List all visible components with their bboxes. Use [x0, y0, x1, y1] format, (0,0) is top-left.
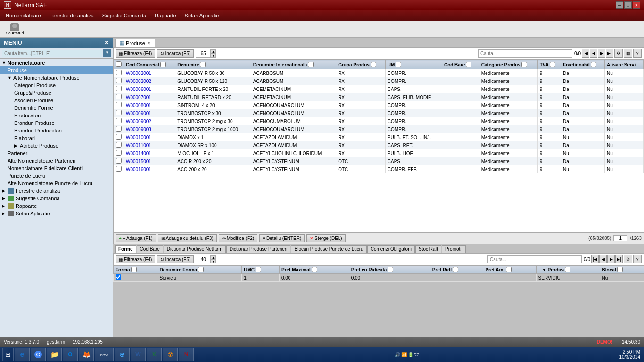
- bottom-filter-btn[interactable]: ▦ Filtreaza (F4): [116, 255, 155, 263]
- bottom-count-down[interactable]: ▼: [210, 259, 216, 263]
- th-um[interactable]: UM: [385, 60, 442, 69]
- sidebar-item-producatori[interactable]: Producatori: [0, 112, 113, 119]
- th-check-fract[interactable]: [591, 62, 596, 67]
- th-check-pret-amf[interactable]: [506, 267, 512, 272]
- th-check-pret-ridf[interactable]: [453, 267, 458, 272]
- taskbar-excel[interactable]: X: [147, 348, 162, 361]
- sidebar-item-sugestie[interactable]: ▶ Sugestie Comanda: [0, 195, 113, 202]
- menu-ferestre[interactable]: Ferestre de analiza: [46, 12, 98, 19]
- sidebar-item-denumire-forme[interactable]: Denumire Forme: [0, 104, 113, 112]
- bottom-tab-dictionar-netfarm[interactable]: Dictionar Produse Netfarm: [164, 245, 226, 253]
- th-cod-comercial[interactable]: Cod Comercial: [124, 60, 175, 69]
- th-check-cod[interactable]: [160, 62, 166, 67]
- top-add-detail-btn[interactable]: ⊞ Adauga cu detaliu (F3): [158, 234, 217, 242]
- sidebar-item-branduri-prod[interactable]: Branduri Producatori: [0, 127, 113, 134]
- bottom-tab-comenzi[interactable]: Comenzi Obligatorii: [367, 245, 415, 253]
- th-fract[interactable]: Fractionabil: [561, 60, 605, 69]
- top-delete-btn[interactable]: ✕ Sterge (DEL): [306, 234, 345, 242]
- bottom-tab-blocari[interactable]: Blocari Produse Puncte de Lucru: [291, 245, 366, 253]
- row-checkbox[interactable]: [116, 70, 122, 75]
- table-row[interactable]: W00002001 GLUCOBAY R 50 x 30 ACARBOSUM R…: [114, 69, 644, 77]
- sidebar-item-alte-nom[interactable]: ▼ Alte Nomenclatoare Produse: [0, 74, 113, 82]
- th-check-um[interactable]: [396, 62, 401, 67]
- count-down-btn[interactable]: ▼: [210, 53, 216, 57]
- sidebar-item-fidelizare[interactable]: Nomenclatoare Fidelizare Clienti: [0, 165, 113, 172]
- sidebar-item-parteneri[interactable]: Parteneri: [0, 149, 113, 157]
- th-check-produs[interactable]: [565, 267, 570, 272]
- sidebar-item-asocieri[interactable]: Asocieri Produse: [0, 97, 113, 104]
- bottom-help-btn[interactable]: ?: [633, 255, 642, 263]
- taskbar-app1[interactable]: ☢: [163, 348, 178, 361]
- grid-btn[interactable]: ▦: [624, 49, 632, 58]
- bottom-settings-btn[interactable]: ⚙: [624, 255, 632, 263]
- taskbar-word[interactable]: W: [131, 348, 146, 361]
- nav-last-btn[interactable]: ▶|: [606, 49, 613, 58]
- th-afis[interactable]: Afisare Servi: [605, 60, 644, 69]
- table-row[interactable]: W00009002 TROMBOSTOP 2 mg x 30 ACENOCUMA…: [114, 117, 644, 125]
- row-checkbox[interactable]: [116, 118, 122, 123]
- table-row[interactable]: W00009001 TROMBOSTOP x 30 ACENOCOUMAROLU…: [114, 109, 644, 117]
- bottom-tab-cod-bare[interactable]: Cod Bare: [137, 245, 163, 253]
- th-denumire[interactable]: Denumire: [175, 60, 251, 69]
- load-count-input[interactable]: 65: [196, 51, 210, 56]
- top-add-btn[interactable]: + + Adauga (F1): [116, 234, 156, 242]
- taskbar-outlook[interactable]: O: [63, 348, 78, 361]
- table-row[interactable]: W00014001 MIOCHOL - E x 1 ACETYLCHOLINII…: [114, 149, 644, 157]
- count-up-btn[interactable]: ▲: [210, 49, 216, 53]
- shortcut-user[interactable]: Scurtaturi: [4, 22, 26, 36]
- sidebar-item-elaborari[interactable]: Elaborari: [0, 134, 113, 142]
- sidebar-item-ferestre[interactable]: ▶ Ferestre de analiza: [0, 187, 113, 195]
- help-btn[interactable]: ?: [633, 49, 642, 58]
- minimize-btn[interactable]: ─: [616, 1, 623, 9]
- menu-setari[interactable]: Setari Aplicatie: [181, 12, 223, 19]
- row-checkbox[interactable]: [116, 110, 122, 115]
- sidebar-search-input[interactable]: [2, 50, 102, 57]
- bottom-tab-promotii[interactable]: Promotii: [442, 245, 466, 253]
- taskbar-app2[interactable]: N: [179, 348, 194, 361]
- bottom-nav-prev[interactable]: ◀: [599, 255, 607, 263]
- row-checkbox[interactable]: [116, 134, 122, 140]
- th-check-bare[interactable]: [466, 62, 471, 67]
- table-row[interactable]: W00006001 RANTUDIL FORTE x 20 ACEMETACIN…: [114, 85, 644, 93]
- bottom-search-input[interactable]: [487, 255, 582, 263]
- sidebar-item-alte-parteneri[interactable]: Alte Nomenclatoare Parteneri: [0, 157, 113, 165]
- menu-sugestie[interactable]: Sugestie Comanda: [99, 12, 150, 19]
- taskbar-explorer[interactable]: 📁: [47, 348, 62, 361]
- bottom-nav-first[interactable]: |◀: [591, 255, 599, 263]
- th-check-pret-max[interactable]: [312, 267, 317, 272]
- bottom-count-input[interactable]: 40: [196, 257, 210, 262]
- th-check-tva[interactable]: [550, 62, 555, 67]
- th-den-int[interactable]: Denumire Internationala: [251, 60, 336, 69]
- search-input[interactable]: [478, 49, 572, 58]
- bottom-nav-last[interactable]: ▶|: [615, 255, 623, 263]
- nav-prev-btn[interactable]: ◀: [590, 49, 597, 58]
- table-row[interactable]: W00015001 ACC R 200 x 20 ACETYLCYSTEINUM…: [114, 157, 644, 165]
- table-row[interactable]: W00002002 GLUCOBAY R 50 x 120 ACARBOSUM …: [114, 77, 644, 85]
- table-row[interactable]: W00010001 DIAMOX x 1 ACETAZOLAMIDUM RX P…: [114, 133, 644, 141]
- nav-first-btn[interactable]: |◀: [582, 49, 589, 58]
- sidebar-item-produse[interactable]: Produse: [0, 66, 113, 74]
- row-checkbox[interactable]: [116, 166, 122, 172]
- top-page-input[interactable]: [613, 235, 627, 241]
- sidebar-help-btn[interactable]: ?: [103, 49, 111, 57]
- sidebar-item-branduri-produse[interactable]: Branduri Produse: [0, 119, 113, 127]
- bottom-tab-stoc[interactable]: Stoc Raft: [415, 245, 441, 253]
- th-categ[interactable]: Categorie Produs: [479, 60, 537, 69]
- table-row[interactable]: W00011001 DIAMOX SR x 100 ACETAZOLAMIDUM…: [114, 141, 644, 149]
- settings-btn[interactable]: ⚙: [614, 49, 623, 58]
- table-row[interactable]: W00007001 RANTUDIL RETARD x 20 ACEMETACI…: [114, 93, 644, 101]
- sidebar-item-grupe[interactable]: Grupe&Produse: [0, 89, 113, 97]
- row-checkbox[interactable]: [116, 142, 122, 148]
- th-check-denint[interactable]: [308, 62, 314, 67]
- bottom-tab-dictionar-parteneri[interactable]: Dictionar Produse Parteneri: [226, 245, 291, 253]
- bottom-table-row[interactable]: Serviciu 1 0.00 0.00 SERVICIU Nu: [114, 274, 644, 282]
- select-all-checkbox[interactable]: [116, 61, 122, 67]
- th-grupa[interactable]: Grupa Produs: [336, 60, 386, 69]
- sidebar-item-categorii[interactable]: Categorii Produse: [0, 82, 113, 89]
- menu-nomenclatoare[interactable]: Nomenclatoare: [2, 12, 45, 19]
- th-check-blocat[interactable]: [617, 267, 623, 272]
- row-checkbox[interactable]: [116, 126, 122, 132]
- th-check-grupa[interactable]: [371, 62, 376, 67]
- taskbar-ie[interactable]: e: [15, 348, 30, 361]
- menu-rapoarte[interactable]: Rapoarte: [151, 12, 180, 19]
